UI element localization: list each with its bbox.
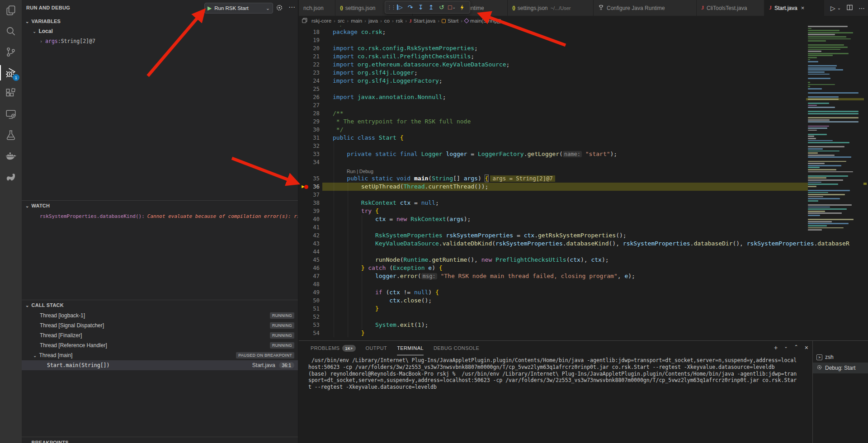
line-number[interactable]: 28 xyxy=(299,109,320,118)
source-control-icon[interactable] xyxy=(0,42,22,62)
watch-expression-row[interactable]: rskSystemProperties.databaseKind(): Cann… xyxy=(22,211,298,222)
chevron-down-icon[interactable]: ⌄ xyxy=(837,5,841,10)
line-number[interactable]: 53 xyxy=(299,321,320,329)
overview-ruler[interactable] xyxy=(862,26,868,340)
breadcrumb-item[interactable]: JStart.java xyxy=(409,18,435,24)
variables-section-header[interactable]: ⌄ VARIABLES xyxy=(22,16,298,26)
tab[interactable]: {}settings.json~/.../User xyxy=(508,0,594,16)
panel-tab-terminal[interactable]: TERMINAL xyxy=(397,341,424,355)
line-number[interactable]: 18 xyxy=(299,28,320,36)
line-number[interactable]: 38 xyxy=(299,199,320,207)
docker-icon[interactable] xyxy=(0,146,22,166)
line-number[interactable]: 32 xyxy=(299,142,320,150)
terminal-session-row[interactable]: >zsh xyxy=(813,352,868,363)
breadcrumb-item[interactable]: co xyxy=(384,18,390,24)
line-number[interactable]: 26 xyxy=(299,93,320,101)
line-number[interactable]: 20 xyxy=(299,44,320,52)
thread-row[interactable]: Thread [Finalizer]RUNNING xyxy=(22,330,298,340)
terminal-output[interactable]: /usr/bin/env /Library/Internet\ Plug-Ins… xyxy=(308,357,807,443)
breadcrumb-item[interactable]: rsk xyxy=(396,18,403,24)
step-into-button[interactable]: ↧ xyxy=(415,2,426,13)
line-number[interactable]: 54 xyxy=(299,329,320,337)
variable-row-args[interactable]: › args String[2]@7 xyxy=(22,36,298,46)
line-number[interactable]: 19 xyxy=(299,36,320,44)
breakpoints-section-header[interactable]: ⌄ BREAKPOINTS xyxy=(22,438,298,443)
line-number[interactable]: 42 xyxy=(299,231,320,240)
close-icon[interactable]: × xyxy=(801,5,805,11)
line-number[interactable]: 51 xyxy=(299,305,320,313)
restart-button[interactable]: ↺ xyxy=(436,2,447,13)
line-number[interactable]: 35 xyxy=(299,174,320,183)
line-number[interactable]: 43 xyxy=(299,240,320,248)
line-number[interactable]: 45 xyxy=(299,256,320,264)
line-number[interactable]: 41 xyxy=(299,223,320,231)
step-out-button[interactable]: ↥ xyxy=(426,2,436,13)
close-panel-icon[interactable]: × xyxy=(805,344,808,351)
watch-section-header[interactable]: ⌄ WATCH xyxy=(22,201,298,211)
line-number[interactable]: 44 xyxy=(299,248,320,256)
testing-icon[interactable] xyxy=(0,125,22,146)
line-number[interactable]: 37 xyxy=(299,191,320,199)
extensions-icon[interactable] xyxy=(0,83,22,104)
breadcrumb-item[interactable]: src xyxy=(338,18,344,24)
tab[interactable]: nch.json xyxy=(299,0,335,16)
line-number[interactable]: 40 xyxy=(299,215,320,223)
line-number[interactable]: 50 xyxy=(299,297,320,305)
remote-explorer-icon[interactable] xyxy=(0,104,22,125)
breakpoint-paused-icon[interactable]: ▶ xyxy=(302,184,309,189)
stack-frame-row[interactable]: Start.main(String[])Start.java36:1 xyxy=(22,360,298,370)
thread-row[interactable]: Thread [logback-1]RUNNING xyxy=(22,311,298,320)
more-actions-icon[interactable]: ⋯ xyxy=(288,3,295,11)
line-number[interactable]: 39 xyxy=(299,207,320,215)
line-number[interactable]: 31 xyxy=(299,134,320,142)
panel-tab-output[interactable]: OUTPUT xyxy=(366,341,387,355)
thread-row[interactable]: ⌄Thread [main]PAUSED ON BREAKPOINT xyxy=(22,350,298,360)
line-number[interactable]: 47 xyxy=(299,272,320,280)
run-file-icon[interactable]: ▷ xyxy=(830,5,835,12)
breadcrumb-item[interactable]: Start xyxy=(442,18,458,24)
line-number[interactable]: 30 xyxy=(299,126,320,134)
tab-start-java[interactable]: JStart.java× xyxy=(764,0,824,16)
line-number[interactable]: 22 xyxy=(299,61,320,69)
editor-group-icon[interactable] xyxy=(301,17,311,24)
new-terminal-icon[interactable]: + xyxy=(774,344,778,351)
terminal-session-row[interactable]: Debug: Start xyxy=(813,363,868,373)
launch-config-dropdown[interactable]: ▶ Run RSK Start ⌄ xyxy=(204,3,273,14)
line-number[interactable]: 34 xyxy=(299,158,320,166)
line-number[interactable]: 27 xyxy=(299,101,320,109)
line-number[interactable]: 21 xyxy=(299,52,320,61)
continue-button[interactable]: ▷ xyxy=(395,2,405,13)
debug-settings-gear-icon[interactable] xyxy=(276,4,283,13)
stop-button[interactable]: □⌄ xyxy=(447,2,457,13)
line-number[interactable]: 49 xyxy=(299,288,320,297)
step-over-button[interactable]: ↷ xyxy=(405,2,415,13)
maximize-panel-icon[interactable]: ⌃ xyxy=(794,344,798,351)
split-editor-icon[interactable] xyxy=(846,4,853,12)
more-actions-icon[interactable]: ⋯ xyxy=(859,5,865,12)
line-number[interactable]: 52 xyxy=(299,313,320,321)
tab[interactable]: JCliToolsTest.java xyxy=(697,0,764,16)
run-debug-icon[interactable]: 1 xyxy=(0,62,22,83)
panel-tab-problems[interactable]: PROBLEMS1K+ xyxy=(311,341,356,355)
line-number[interactable]: 25 xyxy=(299,85,320,93)
line-number[interactable]: 29 xyxy=(299,118,320,126)
thread-row[interactable]: Thread [Reference Handler]RUNNING xyxy=(22,340,298,350)
terminal-dropdown-icon[interactable]: ⌄ xyxy=(784,344,788,351)
drag-handle-icon[interactable]: ⋮⋮ xyxy=(387,2,395,13)
breadcrumb-item[interactable]: main(String[]) xyxy=(465,18,501,24)
search-icon[interactable] xyxy=(0,21,22,42)
call-stack-section-header[interactable]: ⌄ CALL STACK xyxy=(22,300,298,310)
code-editor[interactable]: 17 */18package co.rsk;1920import co.rsk.… xyxy=(299,26,868,340)
line-number[interactable]: 24 xyxy=(299,77,320,85)
breadcrumb-item[interactable]: rskj-core xyxy=(311,18,331,24)
thread-row[interactable]: Thread [Signal Dispatcher]RUNNING xyxy=(22,320,298,330)
line-number[interactable]: 23 xyxy=(299,69,320,77)
panel-tab-debug-console[interactable]: DEBUG CONSOLE xyxy=(434,341,479,355)
explorer-icon[interactable] xyxy=(0,0,22,21)
hot-code-replace-button[interactable] xyxy=(457,2,467,13)
gradle-icon[interactable] xyxy=(0,166,22,187)
breadcrumb-item[interactable]: main xyxy=(351,18,362,24)
minimap[interactable] xyxy=(808,26,862,340)
variables-scope-local[interactable]: ⌄ Local xyxy=(22,26,298,36)
line-number[interactable]: 48 xyxy=(299,280,320,288)
